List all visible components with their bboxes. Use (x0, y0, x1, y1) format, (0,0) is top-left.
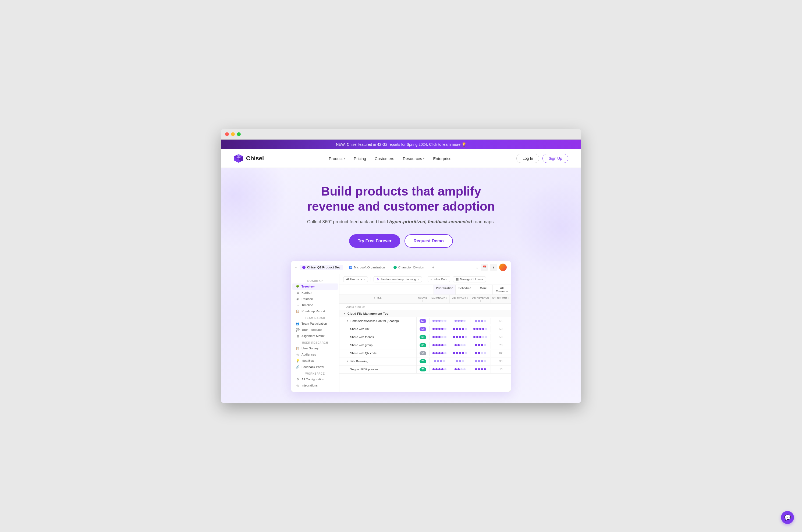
traffic-light-yellow[interactable] (231, 132, 235, 136)
row-support-pdf[interactable]: Support PDF preview 73 (339, 365, 511, 374)
row-permission-access[interactable]: ▼ Permission/Access Control (Sharing) 59 (339, 317, 511, 325)
share-group-revenue (470, 342, 491, 348)
permission-toggle[interactable]: ▼ (346, 320, 349, 322)
sidebar-item-integrations[interactable]: ◎ Integrations (292, 382, 338, 388)
col-reach-header[interactable]: D1: REACH ↓ (429, 295, 450, 303)
share-group-reach (429, 342, 450, 348)
roadmap-report-icon: 📋 (296, 309, 300, 313)
signup-button[interactable]: Sign Up (542, 154, 568, 163)
traffic-light-red[interactable] (225, 132, 229, 136)
row-share-qr-title: Share with QR code (339, 350, 416, 357)
announcement-bar[interactable]: NEW: Chisel featured in 42 G2 reports fo… (221, 139, 581, 149)
tab-dot-chisel (302, 266, 306, 269)
tab-champion[interactable]: Champion Division (391, 265, 427, 270)
feature-roadmap-dropdown[interactable]: ⊕ Feature roadmap planning ▾ (374, 276, 422, 282)
nav-customers[interactable]: Customers (375, 156, 394, 161)
col-score-header[interactable]: SCORE ↓ (416, 295, 429, 303)
add-tab-button[interactable]: + (430, 264, 437, 270)
calendar-icon-button[interactable]: 📅 (481, 264, 488, 271)
hero-section: Build products that amplify revenue and … (221, 168, 581, 403)
row-share-friends[interactable]: Share with friends 63 (339, 333, 511, 341)
sidebar-item-idea-box-label: Idea Box (302, 359, 313, 362)
row-share-group[interactable]: Share with group 65 (339, 341, 511, 349)
col-effort-header[interactable]: D4: EFFORT ↓ (491, 295, 511, 303)
section-cloud-file-mgmt[interactable]: ▼ Cloud File Management Tool (339, 310, 511, 317)
tab-microsoft[interactable]: M Microsoft Organization (346, 265, 387, 270)
support-pdf-score-badge: 73 (420, 367, 426, 372)
add-product-row[interactable]: + Add a product (339, 304, 511, 310)
nav-pricing[interactable]: Pricing (354, 156, 366, 161)
sidebar-item-feedback-portal[interactable]: 🔗 Feedback Portal (292, 364, 338, 370)
alignment-matrix-icon: ▦ (296, 334, 300, 338)
sidebar-item-user-survey-label: User Survey (302, 347, 319, 350)
row-share-qr-score: 50 (416, 349, 429, 357)
share-qr-impact (450, 350, 470, 356)
nav-resources[interactable]: Resources ▾ (403, 156, 425, 161)
tab-chisel-label: Chisel Q1 Product Dev (307, 266, 341, 269)
sidebar-item-alignment-matrix[interactable]: ▦ Alignment Matrix (292, 333, 338, 339)
audiences-icon: ◎ (296, 353, 300, 356)
traffic-light-green[interactable] (237, 132, 241, 136)
share-friends-effort: 50 (491, 334, 511, 341)
row-share-link[interactable]: Share with link 58 (339, 325, 511, 333)
support-pdf-impact (450, 366, 470, 372)
tab-chisel-q1[interactable]: Chisel Q1 Product Dev (300, 265, 343, 270)
nav-product[interactable]: Product ▾ (329, 156, 345, 161)
row-share-qr[interactable]: Share with QR code 50 (339, 349, 511, 358)
file-browsing-toggle[interactable]: ▼ (346, 360, 349, 363)
permission-impact-dots (450, 318, 470, 324)
help-icon-button[interactable]: ? (490, 264, 497, 271)
sidebar-section-team-radar: TEAM RADAR (291, 315, 339, 321)
logo-area[interactable]: Chisel (234, 154, 264, 163)
sidebar-item-idea-box[interactable]: 💡 Idea Box (292, 358, 338, 364)
sidebar-item-team-participation-label: Team Participation (302, 322, 327, 325)
file-browsing-reach (429, 358, 450, 364)
idea-box-icon: 💡 (296, 359, 300, 363)
app-tabs: Chisel Q1 Product Dev M Microsoft Organi… (300, 264, 437, 270)
user-avatar[interactable] (499, 264, 507, 271)
kanban-icon: ▦ (296, 291, 300, 294)
sidebar-item-team-participation[interactable]: 👥 Team Participation (292, 321, 338, 327)
release-icon: ◉ (296, 297, 300, 301)
col-group-prioritization[interactable]: Prioritization (434, 285, 455, 294)
sidebar-item-treeview[interactable]: 🌳 Treeview (292, 284, 338, 290)
back-button[interactable]: ‹‹ (295, 265, 298, 269)
sidebar-item-timeline[interactable]: ▭ Timeline (292, 302, 338, 308)
sidebar-item-roadmap-report[interactable]: 📋 Roadmap Report (292, 308, 338, 315)
sidebar-item-all-configuration[interactable]: ⚙ All Configuration (292, 376, 338, 382)
manage-columns-button[interactable]: ▦ Manage Columns (453, 276, 486, 282)
col-group-all-columns[interactable]: All Columns (493, 285, 511, 294)
hero-title: Build products that amplify revenue and … (300, 184, 502, 213)
support-pdf-reach (429, 366, 450, 372)
sidebar-item-your-feedback[interactable]: 💬 Your Feedback (292, 327, 338, 333)
request-demo-button[interactable]: Request Demo (404, 234, 453, 248)
permission-reach-dots (429, 318, 450, 324)
share-link-label: Share with link (350, 327, 369, 330)
login-button[interactable]: Log In (516, 154, 539, 163)
col-impact-header[interactable]: D2: IMPACT ↓ (450, 295, 470, 303)
all-configuration-icon: ⚙ (296, 378, 300, 381)
row-share-friends-score: 63 (416, 333, 429, 341)
try-free-button[interactable]: Try Free Forever (349, 234, 400, 248)
row-share-group-score: 65 (416, 341, 429, 349)
row-share-link-title: Share with link (339, 325, 416, 332)
sidebar-item-release[interactable]: ◉ Release (292, 296, 338, 302)
columns-icon: ▦ (456, 278, 459, 281)
row-file-browsing[interactable]: ▼ File Browsing 70 (339, 358, 511, 365)
share-group-effort: 20 (491, 342, 511, 348)
sidebar-item-kanban[interactable]: ▦ Kanban (292, 290, 338, 296)
all-products-dropdown[interactable]: All Products ▾ (343, 276, 368, 282)
col-group-schedule[interactable]: Schedule (455, 285, 474, 294)
col-revenue-header[interactable]: D3: REVENUE ↓ (470, 295, 491, 303)
sidebar-item-audiences[interactable]: ◎ Audiences (292, 352, 338, 358)
dropdown2-arrow: ▾ (418, 278, 419, 281)
sidebar-item-user-survey[interactable]: 📋 User Survey (292, 345, 338, 352)
section-toggle-cloud[interactable]: ▼ (343, 312, 346, 315)
col-group-more[interactable]: More (474, 285, 493, 294)
share-friends-reach (429, 334, 450, 340)
nav-enterprise[interactable]: Enterprise (433, 156, 451, 161)
your-feedback-icon: 💬 (296, 328, 300, 331)
permission-effort-dots: 55 (491, 318, 511, 324)
filter-data-button[interactable]: ≡ Filter Data (427, 276, 450, 282)
expand-icon[interactable]: ⌄ (476, 265, 479, 269)
